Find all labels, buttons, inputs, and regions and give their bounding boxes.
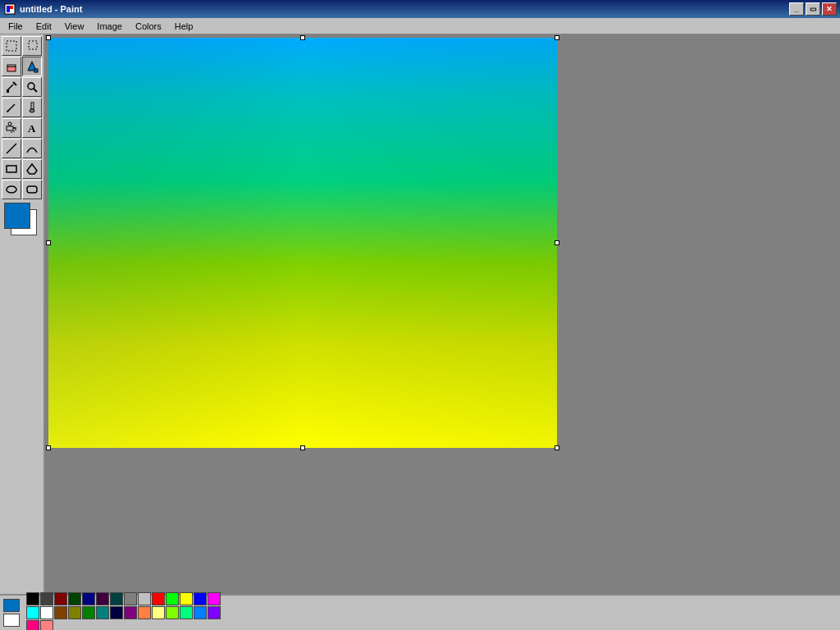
title-left: untitled - Paint — [3, 2, 82, 16]
color-swatch[interactable] — [194, 606, 207, 619]
menu-image[interactable]: Image — [90, 20, 129, 33]
resize-handle-tr[interactable] — [555, 35, 559, 40]
menu-view[interactable]: View — [58, 20, 91, 33]
color-swatch[interactable] — [124, 592, 137, 605]
color-swatch[interactable] — [208, 606, 221, 619]
color-swatch[interactable] — [180, 606, 193, 619]
color-swatch[interactable] — [194, 592, 207, 605]
fill-tool[interactable] — [22, 57, 42, 76]
color-swatch[interactable] — [68, 606, 81, 619]
toolbox: A — [0, 34, 45, 594]
color-swatch[interactable] — [40, 592, 53, 605]
brush-tool[interactable] — [22, 98, 42, 117]
paint-canvas[interactable] — [48, 38, 557, 448]
svg-rect-2 — [10, 6, 13, 9]
resize-handle-bl[interactable] — [46, 445, 51, 450]
color-swatch[interactable] — [26, 620, 39, 630]
svg-text:A: A — [28, 122, 36, 135]
palette-swatches — [26, 592, 223, 630]
title-bar: untitled - Paint _ ▭ ✕ — [0, 0, 840, 18]
svg-point-15 — [30, 109, 34, 112]
toolbox-color-preview — [4, 203, 40, 239]
eraser-tool[interactable] — [2, 57, 21, 76]
rounded-rect-tool[interactable] — [22, 180, 42, 199]
pencil-tool[interactable] — [2, 98, 21, 117]
svg-rect-6 — [34, 69, 38, 72]
workspace: A — [0, 34, 840, 594]
svg-point-21 — [15, 129, 16, 130]
menu-colors[interactable]: Colors — [129, 20, 168, 33]
window-title: untitled - Paint — [20, 4, 82, 14]
app-icon — [3, 2, 16, 16]
color-swatch[interactable] — [40, 606, 53, 619]
svg-rect-3 — [7, 41, 16, 51]
canvas-scroll-area[interactable] — [45, 34, 840, 594]
minimize-button[interactable]: _ — [789, 2, 804, 16]
svg-line-7 — [13, 82, 16, 85]
color-swatch[interactable] — [110, 592, 123, 605]
svg-point-26 — [7, 186, 16, 193]
svg-rect-24 — [7, 166, 16, 172]
svg-line-12 — [7, 104, 15, 112]
svg-rect-1 — [7, 6, 10, 12]
curve-tool[interactable] — [22, 139, 42, 158]
color-swatch[interactable] — [166, 606, 179, 619]
color-swatch[interactable] — [82, 606, 95, 619]
color-swatch[interactable] — [26, 606, 39, 619]
palette-bar — [0, 594, 840, 630]
color-swatch[interactable] — [166, 592, 179, 605]
color-swatch[interactable] — [40, 620, 53, 630]
resize-handle-bc[interactable] — [300, 445, 305, 450]
polygon-tool[interactable] — [22, 159, 42, 179]
color-swatch[interactable] — [26, 592, 39, 605]
color-swatch[interactable] — [110, 606, 123, 619]
svg-rect-27 — [27, 186, 37, 193]
color-swatch[interactable] — [68, 592, 81, 605]
resize-handle-br[interactable] — [555, 445, 559, 450]
resize-handle-tc[interactable] — [300, 35, 305, 40]
menu-edit[interactable]: Edit — [30, 20, 58, 33]
palette-color-preview — [3, 599, 20, 627]
text-tool[interactable]: A — [22, 118, 42, 138]
color-swatch[interactable] — [138, 606, 151, 619]
color-swatch[interactable] — [208, 592, 221, 605]
color-swatch[interactable] — [180, 592, 193, 605]
color-swatch[interactable] — [54, 592, 67, 605]
svg-point-19 — [11, 131, 12, 133]
foreground-swatch[interactable] — [3, 599, 20, 612]
magnify-tool[interactable] — [22, 77, 42, 97]
close-button[interactable]: ✕ — [822, 2, 837, 16]
color-swatch[interactable] — [96, 592, 109, 605]
title-buttons: _ ▭ ✕ — [789, 2, 837, 16]
color-swatch[interactable] — [152, 606, 165, 619]
tools-grid: A — [2, 36, 42, 199]
svg-rect-4 — [7, 66, 16, 71]
svg-rect-9 — [7, 89, 9, 93]
color-swatch[interactable] — [54, 606, 67, 619]
svg-rect-16 — [7, 126, 13, 130]
foreground-color-indicator[interactable] — [4, 203, 30, 229]
color-swatch[interactable] — [152, 592, 165, 605]
ellipse-tool[interactable] — [2, 180, 21, 199]
eyedropper-tool[interactable] — [2, 77, 21, 97]
resize-handle-tl[interactable] — [46, 35, 51, 40]
menu-file[interactable]: File — [2, 20, 30, 33]
color-swatch[interactable] — [82, 592, 95, 605]
resize-handle-ml[interactable] — [46, 240, 51, 245]
maximize-button[interactable]: ▭ — [806, 2, 820, 16]
color-swatch[interactable] — [138, 592, 151, 605]
color-swatch[interactable] — [96, 606, 109, 619]
color-swatch[interactable] — [124, 606, 137, 619]
line-tool[interactable] — [2, 139, 21, 158]
resize-handle-mr[interactable] — [555, 240, 559, 245]
svg-point-10 — [28, 83, 34, 89]
background-swatch[interactable] — [3, 614, 20, 627]
menu-bar: File Edit View Image Colors Help — [0, 18, 840, 34]
rect-tool[interactable] — [2, 159, 21, 179]
select-rect-tool[interactable] — [2, 36, 21, 56]
free-select-tool[interactable] — [22, 36, 42, 56]
menu-help[interactable]: Help — [168, 20, 200, 33]
svg-point-18 — [8, 122, 11, 126]
airbrush-tool[interactable] — [2, 118, 21, 138]
svg-point-20 — [13, 130, 15, 132]
